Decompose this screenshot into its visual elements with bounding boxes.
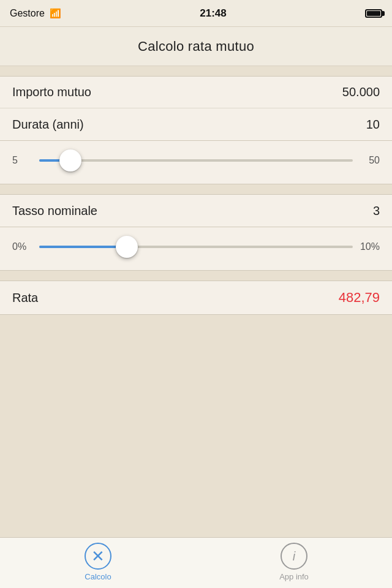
tasso-slider-max: 10% bbox=[360, 241, 380, 252]
tab-calcolo[interactable]: ✕ Calcolo bbox=[0, 543, 196, 581]
durata-slider-track bbox=[39, 159, 353, 162]
calcolo-icon: ✕ bbox=[85, 543, 111, 570]
durata-row: Durata (anni) 10 bbox=[0, 108, 392, 140]
durata-value: 10 bbox=[366, 118, 380, 132]
nav-bar: Calcolo rata mutuo bbox=[0, 27, 392, 66]
status-left: Gestore 📶 bbox=[10, 8, 61, 19]
tasso-slider-row: 0% 10% bbox=[0, 227, 392, 271]
tasso-label: Tasso nominale bbox=[12, 204, 97, 218]
durata-slider-thumb[interactable] bbox=[59, 149, 81, 172]
tasso-slider-min: 0% bbox=[12, 241, 32, 252]
status-right bbox=[365, 9, 382, 18]
importo-row: Importo mutuo 50.000 bbox=[0, 77, 392, 108]
battery-fill bbox=[367, 11, 380, 16]
wifi-icon: 📶 bbox=[50, 8, 61, 19]
durata-slider-max: 50 bbox=[360, 155, 380, 166]
app-info-icon: i bbox=[281, 543, 307, 570]
tab-app-info[interactable]: i App info bbox=[196, 543, 392, 581]
importo-label: Importo mutuo bbox=[12, 85, 91, 99]
page-title: Calcolo rata mutuo bbox=[138, 39, 254, 55]
rata-card: Rata 482,79 bbox=[0, 281, 392, 315]
durata-slider-container[interactable] bbox=[39, 147, 353, 174]
rata-value: 482,79 bbox=[339, 290, 380, 306]
tasso-slider-thumb[interactable] bbox=[116, 236, 138, 258]
tab-bar: ✕ Calcolo i App info bbox=[0, 537, 392, 588]
tasso-slider-fill bbox=[39, 246, 127, 248]
carrier-label: Gestore bbox=[10, 8, 45, 19]
durata-label: Durata (anni) bbox=[12, 118, 84, 132]
tasso-value: 3 bbox=[373, 204, 380, 218]
importo-card: Importo mutuo 50.000 Durata (anni) 10 bbox=[0, 76, 392, 141]
tasso-card: Tasso nominale 3 bbox=[0, 194, 392, 227]
status-bar: Gestore 📶 21:48 bbox=[0, 0, 392, 27]
status-time: 21:48 bbox=[200, 7, 226, 20]
importo-value: 50.000 bbox=[342, 85, 380, 99]
tab-calcolo-label: Calcolo bbox=[85, 572, 111, 581]
tab-app-info-label: App info bbox=[279, 572, 309, 581]
durata-slider-row: 5 50 bbox=[0, 141, 392, 184]
tasso-slider-container[interactable] bbox=[39, 233, 353, 260]
durata-slider-min: 5 bbox=[12, 155, 32, 166]
rata-label: Rata bbox=[12, 291, 38, 305]
tasso-row: Tasso nominale 3 bbox=[0, 195, 392, 227]
tasso-slider-track bbox=[39, 246, 353, 248]
rata-row: Rata 482,79 bbox=[0, 281, 392, 314]
content-area: Importo mutuo 50.000 Durata (anni) 10 5 … bbox=[0, 66, 392, 537]
battery-icon bbox=[365, 9, 382, 18]
